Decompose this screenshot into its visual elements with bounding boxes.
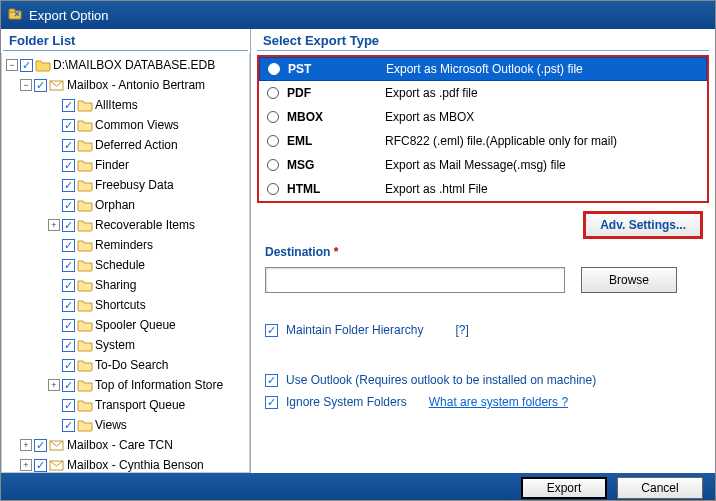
expand-icon[interactable]: + bbox=[20, 439, 32, 451]
tree-folder[interactable]: ✓Sharing bbox=[6, 275, 247, 295]
checkbox[interactable]: ✓ bbox=[62, 279, 75, 292]
spacer bbox=[48, 179, 60, 191]
export-type-html[interactable]: HTMLExport as .html File bbox=[259, 177, 707, 201]
tree-folder[interactable]: ✓Deferred Action bbox=[6, 135, 247, 155]
checkbox[interactable]: ✓ bbox=[62, 359, 75, 372]
use-outlook-checkbox[interactable]: ✓ bbox=[265, 374, 278, 387]
spacer bbox=[48, 159, 60, 171]
tree-label: Transport Queue bbox=[95, 398, 185, 412]
tree-folder[interactable]: ✓Schedule bbox=[6, 255, 247, 275]
tree-folder[interactable]: ✓Views bbox=[6, 415, 247, 435]
tree-label: Views bbox=[95, 418, 127, 432]
checkbox[interactable]: ✓ bbox=[62, 99, 75, 112]
checkbox[interactable]: ✓ bbox=[62, 419, 75, 432]
tree-folder[interactable]: ✓Finder bbox=[6, 155, 247, 175]
tree-folder[interactable]: ✓Shortcuts bbox=[6, 295, 247, 315]
radio[interactable] bbox=[267, 183, 279, 195]
checkbox[interactable]: ✓ bbox=[62, 399, 75, 412]
spacer bbox=[48, 239, 60, 251]
tree-mailbox[interactable]: + ✓ Mailbox - Care TCN bbox=[6, 435, 247, 455]
export-button[interactable]: Export bbox=[521, 477, 607, 499]
checkbox[interactable]: ✓ bbox=[62, 159, 75, 172]
folder-icon bbox=[77, 158, 93, 172]
radio[interactable] bbox=[267, 87, 279, 99]
tree-folder[interactable]: ✓Freebusy Data bbox=[6, 175, 247, 195]
folder-icon bbox=[77, 98, 93, 112]
tree-folder[interactable]: ✓To-Do Search bbox=[6, 355, 247, 375]
radio[interactable] bbox=[267, 111, 279, 123]
help-icon[interactable]: [?] bbox=[455, 323, 468, 337]
folder-tree[interactable]: − ✓ D:\MAILBOX DATABASE.EDB − ✓ Mailbox … bbox=[1, 53, 250, 473]
checkbox[interactable]: ✓ bbox=[34, 459, 47, 472]
folder-icon bbox=[77, 378, 93, 392]
tree-folder[interactable]: +✓Recoverable Items bbox=[6, 215, 247, 235]
checkbox[interactable]: ✓ bbox=[62, 179, 75, 192]
tree-folder[interactable]: ✓Spooler Queue bbox=[6, 315, 247, 335]
tree-label: Recoverable Items bbox=[95, 218, 195, 232]
destination-label-text: Destination bbox=[265, 245, 330, 259]
tree-label: Top of Information Store bbox=[95, 378, 223, 392]
folder-icon bbox=[77, 318, 93, 332]
collapse-icon[interactable]: − bbox=[20, 79, 32, 91]
tree-folder[interactable]: +✓Top of Information Store bbox=[6, 375, 247, 395]
folder-icon bbox=[77, 198, 93, 212]
tree-mailbox[interactable]: + ✓ Mailbox - Cynthia Benson bbox=[6, 455, 247, 473]
checkbox[interactable]: ✓ bbox=[62, 219, 75, 232]
tree-folder[interactable]: ✓System bbox=[6, 335, 247, 355]
radio[interactable] bbox=[268, 63, 280, 75]
tree-folder[interactable]: ✓Common Views bbox=[6, 115, 247, 135]
export-type-pdf[interactable]: PDFExport as .pdf file bbox=[259, 81, 707, 105]
expand-icon[interactable]: + bbox=[48, 379, 60, 391]
checkbox[interactable]: ✓ bbox=[62, 319, 75, 332]
checkbox[interactable]: ✓ bbox=[62, 239, 75, 252]
radio[interactable] bbox=[267, 159, 279, 171]
browse-button[interactable]: Browse bbox=[581, 267, 677, 293]
tree-label: D:\MAILBOX DATABASE.EDB bbox=[53, 58, 215, 72]
export-type-eml[interactable]: EMLRFC822 (.eml) file.(Applicable only f… bbox=[259, 129, 707, 153]
checkbox[interactable]: ✓ bbox=[62, 299, 75, 312]
tree-folder[interactable]: ✓AllItems bbox=[6, 95, 247, 115]
export-type-msg[interactable]: MSGExport as Mail Message(.msg) file bbox=[259, 153, 707, 177]
cancel-button[interactable]: Cancel bbox=[617, 477, 703, 499]
folder-icon bbox=[77, 358, 93, 372]
app-icon bbox=[7, 6, 29, 25]
maintain-hierarchy-checkbox[interactable]: ✓ bbox=[265, 324, 278, 337]
radio[interactable] bbox=[267, 135, 279, 147]
tree-folder[interactable]: ✓Reminders bbox=[6, 235, 247, 255]
folder-list-header: Folder List bbox=[1, 29, 250, 50]
folder-icon bbox=[77, 238, 93, 252]
expand-icon[interactable]: + bbox=[48, 219, 60, 231]
svg-rect-1 bbox=[9, 9, 15, 12]
tree-label: Spooler Queue bbox=[95, 318, 176, 332]
tree-label: To-Do Search bbox=[95, 358, 168, 372]
format-desc: Export as Microsoft Outlook (.pst) file bbox=[386, 62, 583, 76]
tree-mailbox[interactable]: − ✓ Mailbox - Antonio Bertram bbox=[6, 75, 247, 95]
checkbox[interactable]: ✓ bbox=[62, 379, 75, 392]
export-type-mbox[interactable]: MBOXExport as MBOX bbox=[259, 105, 707, 129]
checkbox[interactable]: ✓ bbox=[34, 79, 47, 92]
checkbox[interactable]: ✓ bbox=[62, 199, 75, 212]
tree-folder[interactable]: ✓Transport Queue bbox=[6, 395, 247, 415]
ignore-system-checkbox[interactable]: ✓ bbox=[265, 396, 278, 409]
checkbox[interactable]: ✓ bbox=[20, 59, 33, 72]
tree-label: Freebusy Data bbox=[95, 178, 174, 192]
format-desc: Export as Mail Message(.msg) file bbox=[385, 158, 566, 172]
folder-icon bbox=[77, 338, 93, 352]
checkbox[interactable]: ✓ bbox=[62, 259, 75, 272]
checkbox[interactable]: ✓ bbox=[62, 339, 75, 352]
expand-icon[interactable]: + bbox=[20, 459, 32, 471]
checkbox[interactable]: ✓ bbox=[62, 119, 75, 132]
collapse-icon[interactable]: − bbox=[6, 59, 18, 71]
checkbox[interactable]: ✓ bbox=[62, 139, 75, 152]
destination-input[interactable] bbox=[265, 267, 565, 293]
export-type-pst[interactable]: PSTExport as Microsoft Outlook (.pst) fi… bbox=[259, 57, 707, 81]
system-folders-link[interactable]: What are system folders ? bbox=[429, 395, 568, 409]
tree-folder[interactable]: ✓Orphan bbox=[6, 195, 247, 215]
tree-root[interactable]: − ✓ D:\MAILBOX DATABASE.EDB bbox=[6, 55, 247, 75]
footer: Export Cancel bbox=[1, 473, 715, 501]
tree-label: AllItems bbox=[95, 98, 138, 112]
adv-settings-button[interactable]: Adv. Settings... bbox=[583, 211, 703, 239]
checkbox[interactable]: ✓ bbox=[34, 439, 47, 452]
spacer bbox=[48, 119, 60, 131]
format-desc: Export as MBOX bbox=[385, 110, 474, 124]
